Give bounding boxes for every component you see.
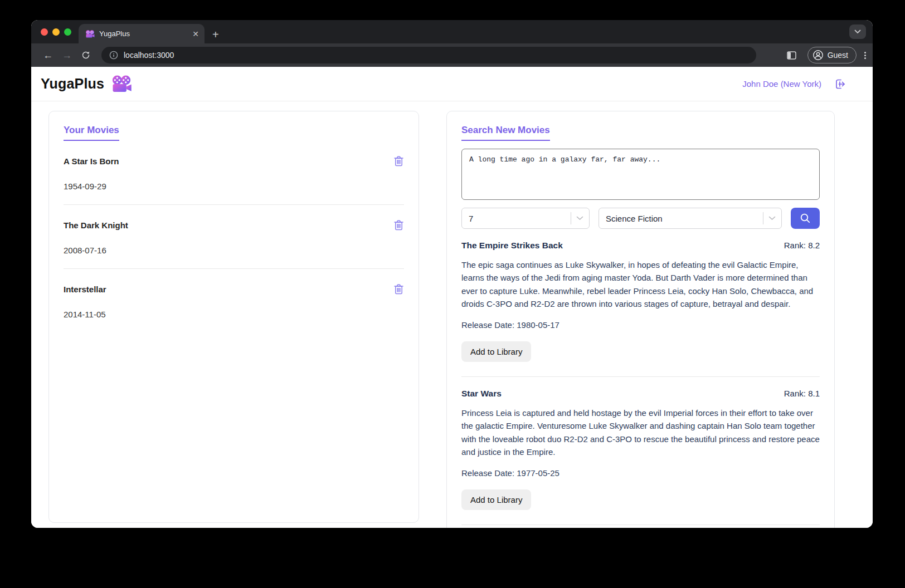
forward-button[interactable]: →: [59, 47, 75, 63]
add-to-library-button[interactable]: Add to Library: [461, 489, 531, 510]
movie-title: Interstellar: [64, 285, 106, 294]
search-controls: 7 Science Fiction: [461, 208, 820, 229]
guest-avatar-icon: [812, 50, 824, 61]
library-panel: Your Movies A Star Is Born 1954-09-29 Th…: [48, 111, 419, 523]
result-rank: Rank: 8.2: [784, 241, 820, 250]
browser-tabstrip: YugaPlus ✕ +: [31, 20, 873, 43]
side-panel-icon: [787, 51, 796, 60]
result-rank: Rank: 8.1: [784, 389, 820, 398]
search-icon: [800, 213, 811, 224]
add-to-library-button[interactable]: Add to Library: [461, 341, 531, 362]
search-panel-title: Search New Movies: [461, 125, 550, 141]
yugaplus-page: YugaPlus John Doe (New York): [31, 67, 873, 528]
chevron-down-icon: [576, 216, 583, 220]
tab-search-button[interactable]: [849, 24, 866, 39]
genre-select[interactable]: Science Fiction: [599, 208, 782, 229]
search-button[interactable]: [791, 208, 820, 229]
library-movie-row: Interstellar 2014-11-05: [64, 283, 404, 319]
result-title: The Empire Strikes Back: [461, 241, 563, 251]
library-movie-row: A Star Is Born 1954-09-29: [64, 155, 404, 205]
delete-movie-icon[interactable]: [393, 283, 404, 295]
search-panel: Search New Movies A long time ago in a g…: [446, 111, 835, 528]
profile-button[interactable]: Guest: [807, 47, 857, 63]
main-content: Your Movies A Star Is Born 1954-09-29 Th…: [31, 101, 873, 528]
movie-title: The Dark Knight: [64, 220, 128, 230]
divider: [64, 204, 404, 205]
search-result: Star Wars Rank: 8.1 Princess Leia is cap…: [461, 389, 820, 525]
reload-button[interactable]: [78, 47, 94, 63]
browser-tab-yugaplus[interactable]: YugaPlus ✕: [79, 24, 205, 43]
delete-movie-icon[interactable]: [393, 219, 404, 231]
browser-window: YugaPlus ✕ + ← → localhost:3000: [31, 20, 873, 528]
search-result: The Empire Strikes Back Rank: 8.2 The ep…: [461, 241, 820, 377]
movie-release-date: 2014-11-05: [64, 310, 404, 319]
library-movie-row: The Dark Knight 2008-07-16: [64, 219, 404, 269]
tab-title: YugaPlus: [99, 30, 188, 38]
result-title: Star Wars: [461, 389, 502, 399]
close-window-button[interactable]: [41, 28, 48, 36]
site-info-icon[interactable]: [109, 51, 118, 60]
search-query-input[interactable]: A long time ago in a galaxy far, far awa…: [461, 149, 820, 200]
result-release-date: Release Date: 1980-05-17: [461, 320, 820, 330]
result-description: The epic saga continues as Luke Skywalke…: [461, 258, 820, 310]
divider: [461, 376, 820, 377]
guest-label: Guest: [828, 51, 848, 60]
genre-select-value: Science Fiction: [606, 214, 763, 223]
divider: [461, 525, 820, 525]
movie-camera-logo-icon: [111, 75, 132, 92]
browser-toolbar: ← → localhost:3000: [31, 43, 873, 67]
movie-release-date: 2008-07-16: [64, 246, 404, 255]
minimize-window-button[interactable]: [52, 28, 60, 36]
app-title: YugaPlus: [41, 76, 104, 92]
url-text: localhost:3000: [124, 51, 174, 60]
rank-select[interactable]: 7: [461, 208, 590, 229]
divider: [571, 212, 571, 224]
divider: [64, 268, 404, 269]
user-profile-link[interactable]: John Doe (New York): [742, 79, 821, 89]
window-controls: [41, 28, 71, 36]
divider: [763, 212, 763, 224]
header-user-area: John Doe (New York): [742, 78, 846, 90]
app-header: YugaPlus John Doe (New York): [31, 67, 873, 101]
tab-favicon-movie-camera-icon: [85, 30, 95, 38]
new-tab-button[interactable]: +: [212, 29, 219, 40]
rank-select-value: 7: [469, 214, 571, 223]
tab-close-icon[interactable]: ✕: [192, 30, 199, 38]
browser-menu-button[interactable]: [864, 52, 866, 59]
delete-movie-icon[interactable]: [393, 155, 404, 167]
chevron-down-icon: [768, 216, 776, 220]
chevron-down-icon: [854, 30, 861, 34]
zoom-window-button[interactable]: [64, 28, 71, 36]
library-panel-title: Your Movies: [64, 125, 119, 141]
movie-release-date: 1954-09-29: [64, 182, 404, 191]
result-description: Princess Leia is captured and held hosta…: [461, 406, 820, 458]
result-release-date: Release Date: 1977-05-25: [461, 468, 820, 478]
back-button[interactable]: ←: [40, 47, 56, 63]
movie-title: A Star Is Born: [64, 156, 119, 166]
brand: YugaPlus: [41, 75, 132, 92]
address-bar[interactable]: localhost:3000: [101, 47, 756, 63]
reload-icon: [81, 51, 90, 60]
logout-icon[interactable]: [834, 78, 846, 90]
side-panel-button[interactable]: [784, 47, 800, 63]
